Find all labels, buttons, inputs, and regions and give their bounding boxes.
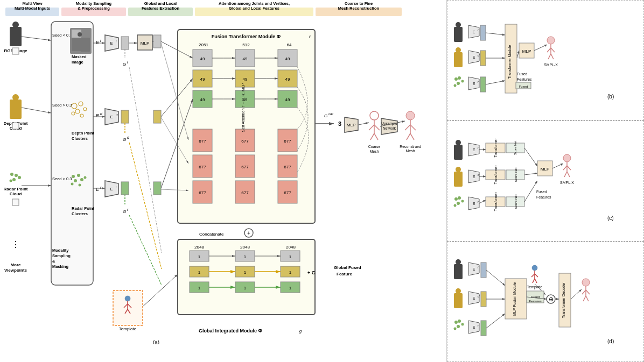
svg-point-201 xyxy=(79,102,83,106)
svg-rect-87 xyxy=(190,282,209,293)
svg-text:1: 1 xyxy=(198,286,201,290)
svg-text:E: E xyxy=(473,148,475,152)
svg-rect-35 xyxy=(278,90,297,108)
svg-rect-178 xyxy=(113,290,143,325)
svg-text:1: 1 xyxy=(289,270,292,275)
svg-line-272 xyxy=(524,148,537,166)
svg-text:Modality: Modality xyxy=(52,248,69,253)
svg-rect-156 xyxy=(153,110,161,123)
svg-point-207 xyxy=(77,174,80,177)
svg-text:Score Net: Score Net xyxy=(514,194,517,209)
svg-rect-219 xyxy=(454,27,463,42)
header-labels: Multi-View Multi-Modal Inputs Modality S… xyxy=(5,1,436,11)
svg-line-302 xyxy=(563,166,567,170)
svg-text:Radar Point: Radar Point xyxy=(4,187,28,191)
svg-line-53 xyxy=(374,133,378,140)
label-modality: Modality Sampling & Preprocessing xyxy=(61,1,126,11)
svg-rect-83 xyxy=(235,266,255,277)
svg-text:⋮: ⋮ xyxy=(11,240,20,249)
svg-text:2048: 2048 xyxy=(286,245,296,250)
svg-text:SMPL-X: SMPL-X xyxy=(544,63,558,67)
svg-line-318 xyxy=(486,270,505,286)
svg-text:Clusters: Clusters xyxy=(72,136,88,141)
svg-text:Fused: Fused xyxy=(519,85,528,88)
svg-line-225 xyxy=(486,33,505,35)
svg-text:E: E xyxy=(473,82,475,86)
svg-point-220 xyxy=(456,22,461,27)
svg-text:1: 1 xyxy=(244,270,247,275)
svg-line-52 xyxy=(370,133,374,140)
svg-line-358 xyxy=(586,290,590,294)
svg-text:d: d xyxy=(100,112,103,116)
svg-rect-9 xyxy=(193,70,212,87)
svg-line-63 xyxy=(407,133,410,140)
svg-text:49: 49 xyxy=(200,97,205,102)
svg-rect-21 xyxy=(235,70,255,87)
svg-text:Radar Point: Radar Point xyxy=(72,206,95,211)
svg-text:Seed < 0.3: Seed < 0.3 xyxy=(52,33,72,38)
svg-text:MLP: MLP xyxy=(141,41,149,46)
svg-text:G: G xyxy=(324,113,327,118)
panel-d: E i E d xyxy=(447,242,644,362)
svg-point-179 xyxy=(125,296,130,301)
svg-text:E: E xyxy=(96,40,100,45)
svg-rect-123 xyxy=(12,123,19,129)
svg-rect-15 xyxy=(193,155,212,178)
svg-text:Cloud: Cloud xyxy=(10,191,22,196)
svg-text:677: 677 xyxy=(284,190,291,195)
svg-rect-25 xyxy=(235,129,255,152)
svg-point-209 xyxy=(80,178,83,181)
panel-b: E i E d xyxy=(447,0,644,120)
svg-line-62 xyxy=(410,125,416,130)
svg-rect-334 xyxy=(481,321,486,336)
svg-line-361 xyxy=(571,289,582,299)
svg-text:r: r xyxy=(100,186,102,189)
svg-rect-317 xyxy=(481,262,486,278)
svg-text:G: G xyxy=(123,62,126,67)
svg-point-234 xyxy=(458,76,461,80)
svg-text:2051: 2051 xyxy=(199,42,208,47)
svg-line-188 xyxy=(129,143,162,269)
svg-text:d: d xyxy=(127,136,130,139)
svg-text:49: 49 xyxy=(200,56,205,61)
svg-text:MLP Fusion Module: MLP Fusion Module xyxy=(513,282,516,316)
svg-text:677: 677 xyxy=(241,139,249,144)
svg-point-330 xyxy=(454,328,457,330)
svg-text:Fusion Transformer Module Φ: Fusion Transformer Module Φ xyxy=(212,34,281,39)
svg-text:MLP: MLP xyxy=(347,123,355,127)
svg-text:Coarse: Coarse xyxy=(368,145,381,148)
svg-rect-199 xyxy=(72,38,90,52)
svg-text:Transformer: Transformer xyxy=(494,138,498,158)
svg-point-284 xyxy=(454,197,458,201)
svg-line-213 xyxy=(22,37,51,40)
svg-text:49: 49 xyxy=(243,77,248,82)
svg-point-205 xyxy=(80,114,83,117)
svg-point-313 xyxy=(456,259,461,265)
svg-rect-143 xyxy=(121,37,129,49)
svg-text:Sampling: Sampling xyxy=(52,253,71,258)
svg-text:GP: GP xyxy=(328,112,333,116)
svg-text:E: E xyxy=(473,296,475,300)
svg-line-165 xyxy=(161,43,188,140)
svg-text:Score Net: Score Net xyxy=(514,167,517,182)
svg-point-236 xyxy=(461,80,464,82)
svg-marker-46 xyxy=(345,117,358,132)
svg-line-51 xyxy=(374,125,380,130)
svg-point-338 xyxy=(532,265,537,271)
svg-line-67 xyxy=(359,123,369,125)
svg-text:Masking: Masking xyxy=(52,264,68,269)
svg-point-106 xyxy=(12,22,19,28)
svg-point-114 xyxy=(12,178,16,181)
svg-rect-27 xyxy=(235,155,255,178)
svg-line-247 xyxy=(517,51,519,58)
svg-text:Upsample: Upsample xyxy=(381,122,397,126)
svg-line-250 xyxy=(547,48,551,52)
svg-text:Depth Point: Depth Point xyxy=(4,121,28,126)
svg-point-300 xyxy=(563,154,571,162)
svg-line-359 xyxy=(583,296,586,301)
svg-rect-41 xyxy=(278,181,297,203)
svg-rect-1 xyxy=(178,30,315,223)
svg-text:MLP: MLP xyxy=(522,49,531,54)
svg-point-211 xyxy=(79,184,81,187)
svg-text:Transformer Module: Transformer Module xyxy=(508,45,512,79)
